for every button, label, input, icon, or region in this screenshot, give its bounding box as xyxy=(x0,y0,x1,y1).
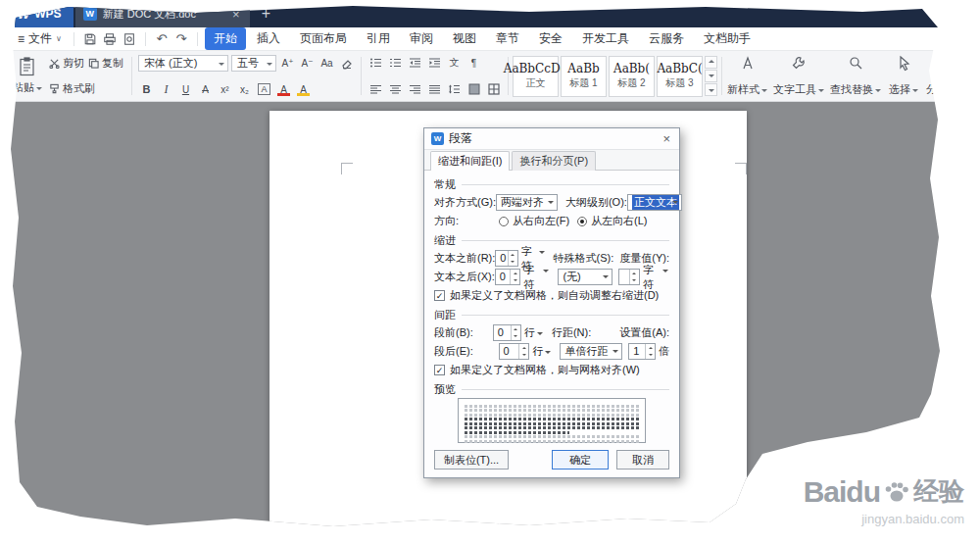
borders-button[interactable] xyxy=(485,81,502,97)
font-size-value: 五号 xyxy=(237,56,259,71)
new-style-button[interactable]: 新样式 xyxy=(724,53,770,99)
style-heading2[interactable]: AaBb( 标题 2 xyxy=(609,56,655,97)
character-border-button[interactable]: A xyxy=(256,81,272,97)
decrease-font-size-button[interactable]: A⁻ xyxy=(299,56,316,72)
text-tool-button[interactable]: 文字工具 xyxy=(770,53,827,99)
cancel-button[interactable]: 取消 xyxy=(616,450,669,470)
font-size-select[interactable]: 五号 xyxy=(231,55,276,72)
menu-tab-security[interactable]: 安全 xyxy=(530,27,571,50)
space-after-input[interactable]: 0 xyxy=(499,343,530,360)
justify-button[interactable] xyxy=(426,81,443,97)
spinner-buttons[interactable] xyxy=(511,325,520,340)
redo-button[interactable]: ↷ xyxy=(172,30,191,48)
menu-tab-doc-assistant[interactable]: 文档助手 xyxy=(695,27,760,50)
outline-level-select[interactable]: 正文文本 xyxy=(627,194,682,211)
superscript-button[interactable]: x² xyxy=(217,81,233,97)
set-value-input[interactable]: 1 xyxy=(628,343,656,360)
menu-tab-view[interactable]: 视图 xyxy=(444,27,485,50)
increase-indent-button[interactable] xyxy=(426,55,443,71)
spinner-buttons[interactable] xyxy=(629,270,639,284)
spinner-buttons[interactable] xyxy=(508,251,517,266)
decrease-indent-button[interactable] xyxy=(407,55,423,71)
unit-select[interactable]: 字符 xyxy=(643,263,669,292)
ltr-radio[interactable] xyxy=(577,217,587,226)
text-after-input[interactable]: 0 xyxy=(495,269,521,285)
align-center-button[interactable] xyxy=(387,81,404,97)
close-tab-icon[interactable]: × xyxy=(230,7,242,22)
spinner-buttons[interactable] xyxy=(518,344,528,359)
file-menu[interactable]: ≡ 文件 ∨ xyxy=(12,30,68,47)
underline-button[interactable]: U xyxy=(177,81,194,97)
tab-line-page-breaks[interactable]: 换行和分页(P) xyxy=(512,151,596,171)
numbered-list-button[interactable] xyxy=(387,55,404,71)
line-spacing-button[interactable] xyxy=(446,81,463,97)
find-replace-button[interactable]: 查找替换 xyxy=(827,53,884,99)
unit-select[interactable]: 字符 xyxy=(523,263,550,292)
line-spacing-select[interactable]: 单倍行距 xyxy=(560,343,622,360)
menu-tab-review[interactable]: 审阅 xyxy=(401,27,442,50)
share-document-button[interactable]: 分享文档 xyxy=(923,53,972,99)
menu-tab-insert[interactable]: 插入 xyxy=(248,27,289,50)
subscript-button[interactable]: x₂ xyxy=(236,81,253,97)
spinner-buttons[interactable] xyxy=(510,270,519,284)
spin-down-icon xyxy=(519,352,528,360)
select-button[interactable]: 选择 xyxy=(884,53,923,99)
copy-button[interactable]: 复制 xyxy=(86,55,125,72)
format-painter-button[interactable]: 格式刷 xyxy=(47,80,125,97)
bullet-list-button[interactable] xyxy=(368,55,384,71)
menu-tab-cloud[interactable]: 云服务 xyxy=(640,27,693,50)
undo-button[interactable]: ↶ xyxy=(152,30,172,48)
align-right-button[interactable] xyxy=(407,81,423,97)
wps-home-tab[interactable]: W WPS xyxy=(10,0,74,27)
styles-more-icon[interactable] xyxy=(705,83,717,96)
style-label: 标题 1 xyxy=(569,76,597,90)
tab-indents-spacing[interactable]: 缩进和间距(I) xyxy=(430,151,510,171)
unit-select[interactable]: 行 xyxy=(524,325,544,340)
bold-button[interactable]: B xyxy=(138,81,155,97)
paste-button[interactable]: 粘贴 xyxy=(8,55,47,97)
menu-tab-references[interactable]: 引用 xyxy=(358,27,399,50)
highlight-color-button[interactable]: A xyxy=(295,81,312,97)
font-color-button[interactable]: A xyxy=(275,81,292,97)
alignment-select[interactable]: 两端对齐 xyxy=(496,194,558,211)
styles-scroll-down-icon[interactable] xyxy=(705,70,717,82)
font-name-select[interactable]: 宋体 (正文) xyxy=(138,55,228,72)
clear-format-button[interactable] xyxy=(338,56,355,72)
style-heading1[interactable]: AaBb 标题 1 xyxy=(561,56,607,97)
align-left-button[interactable] xyxy=(368,81,384,97)
strikethrough-button[interactable]: A xyxy=(197,81,214,97)
show-paragraph-marks-button[interactable]: ¶ xyxy=(466,55,482,71)
cut-button[interactable]: 剪切 xyxy=(47,55,86,72)
auto-adjust-checkbox[interactable]: ✓ xyxy=(434,290,445,301)
rtl-radio[interactable] xyxy=(499,217,509,226)
spin-down-icon xyxy=(630,277,639,285)
menu-tab-section[interactable]: 章节 xyxy=(487,27,528,50)
save-button[interactable] xyxy=(80,30,100,48)
print-preview-button[interactable] xyxy=(120,30,139,48)
increase-font-size-button[interactable]: A⁺ xyxy=(279,56,296,72)
italic-button[interactable]: I xyxy=(158,81,174,97)
special-format-select[interactable]: (无) xyxy=(558,269,612,285)
dialog-close-icon[interactable]: × xyxy=(661,131,672,146)
print-button[interactable] xyxy=(100,30,120,48)
text-before-input[interactable]: 0 xyxy=(495,250,517,267)
document-tab[interactable]: W 新建 DOC 文档.doc × xyxy=(75,0,250,27)
ok-button[interactable]: 确定 xyxy=(552,450,609,470)
chevron-down-icon xyxy=(761,89,767,95)
new-tab-button[interactable]: + xyxy=(250,0,282,27)
grid-align-checkbox[interactable]: ✓ xyxy=(434,365,445,375)
styles-scroll-up-icon[interactable] xyxy=(705,56,717,69)
unit-select[interactable]: 行 xyxy=(532,344,552,359)
menu-tab-page-layout[interactable]: 页面布局 xyxy=(291,27,356,50)
spinner-buttons[interactable] xyxy=(645,344,655,359)
change-case-button[interactable]: Aa xyxy=(318,56,335,72)
space-before-input[interactable]: 0 xyxy=(493,324,521,341)
tabs-button[interactable]: 制表位(T)... xyxy=(434,450,509,470)
menu-tab-home[interactable]: 开始 xyxy=(205,27,246,50)
style-normal[interactable]: AaBbCcDd 正文 xyxy=(513,56,559,97)
style-heading3[interactable]: AaBbC( 标题 3 xyxy=(657,56,703,97)
shading-button[interactable] xyxy=(466,81,482,97)
asian-layout-button[interactable]: 文 xyxy=(446,55,463,71)
measure-input[interactable] xyxy=(618,269,640,285)
menu-tab-dev-tools[interactable]: 开发工具 xyxy=(573,27,638,50)
